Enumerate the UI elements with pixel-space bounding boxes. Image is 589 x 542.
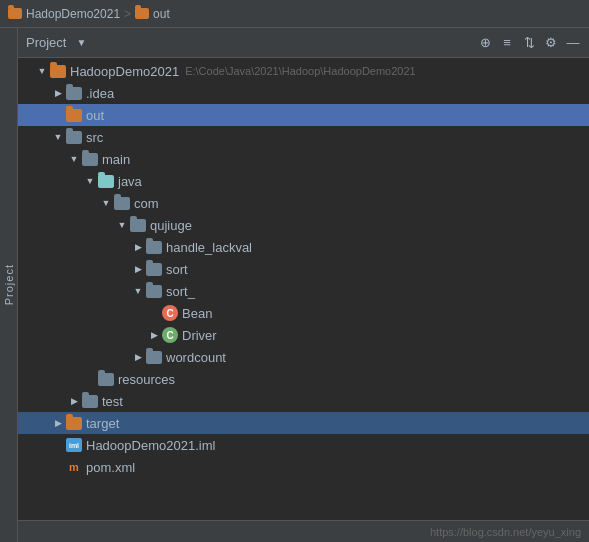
side-tab-label: Project [3,264,15,305]
label-main: main [102,152,130,167]
class-icon-driver: C [162,327,178,343]
file-icon-pom: m [66,460,82,474]
toolbar-icon-settings[interactable]: ⚙ [543,35,559,51]
arrow-driver[interactable]: ▶ [146,330,162,340]
tree-item-main[interactable]: ▼ main [18,148,589,170]
tree-item-pom[interactable]: m pom.xml [18,456,589,478]
folder-icon-resources [98,373,114,386]
label-out: out [86,108,104,123]
project-folder-icon [8,8,22,19]
side-tab[interactable]: Project [0,28,18,542]
label-src: src [86,130,103,145]
arrow-src[interactable]: ▼ [50,132,66,142]
main-container: Project Project ▼ ⊕ ≡ ⇅ ⚙ — ▼ HadoopDemo… [0,28,589,542]
arrow-test[interactable]: ▶ [66,396,82,406]
label-resources: resources [118,372,175,387]
panel-title: Project [26,35,66,50]
tree-item-handle-lackval[interactable]: ▶ handle_lackval [18,236,589,258]
tree-item-wordcount[interactable]: ▶ wordcount [18,346,589,368]
toolbar-icon-list[interactable]: ≡ [499,35,515,51]
breadcrumb-separator: > [124,7,131,21]
project-panel: Project ▼ ⊕ ≡ ⇅ ⚙ — ▼ HadoopDemo2021 E:\… [18,28,589,542]
tree-item-sort[interactable]: ▶ sort [18,258,589,280]
folder-icon-idea [66,87,82,100]
arrow-wordcount[interactable]: ▶ [130,352,146,362]
panel-toolbar: Project ▼ ⊕ ≡ ⇅ ⚙ — [18,28,589,58]
label-sort: sort [166,262,188,277]
arrow-sort[interactable]: ▶ [130,264,146,274]
tree-item-test[interactable]: ▶ test [18,390,589,412]
tree-item-idea[interactable]: ▶ .idea [18,82,589,104]
class-icon-bean: C [162,305,178,321]
breadcrumb-project-label: HadopDemo2021 [26,7,120,21]
folder-icon-sort-underscore [146,285,162,298]
folder-icon-sort [146,263,162,276]
label-com: com [134,196,159,211]
label-pom: pom.xml [86,460,135,475]
tree-item-driver[interactable]: ▶ C Driver [18,324,589,346]
label-java: java [118,174,142,189]
folder-icon-com [114,197,130,210]
folder-icon-out [66,109,82,122]
status-url: https://blog.csdn.net/yeyu_xing [430,526,581,538]
folder-icon-src [66,131,82,144]
file-tree[interactable]: ▼ HadoopDemo2021 E:\Code\Java\2021\Hadoo… [18,58,589,520]
arrow-sort-underscore[interactable]: ▼ [130,286,146,296]
label-wordcount: wordcount [166,350,226,365]
folder-icon-target [66,417,82,430]
folder-icon-test [82,395,98,408]
path-hadoopdemo2021: E:\Code\Java\2021\Hadoop\HadoopDemo2021 [185,65,416,77]
arrow-main[interactable]: ▼ [66,154,82,164]
arrow-java[interactable]: ▼ [82,176,98,186]
folder-icon-main [82,153,98,166]
arrow-hadoopdemo2021[interactable]: ▼ [34,66,50,76]
status-bar: https://blog.csdn.net/yeyu_xing [18,520,589,542]
label-bean: Bean [182,306,212,321]
current-folder-icon [135,8,149,19]
breadcrumb-bar: HadopDemo2021 > out [0,0,589,28]
tree-item-qujiuge[interactable]: ▼ qujiuge [18,214,589,236]
label-sort-underscore: sort_ [166,284,195,299]
tree-item-iml[interactable]: iml HadoopDemo2021.iml [18,434,589,456]
tree-item-out[interactable]: out [18,104,589,126]
tree-item-hadoopdemo2021[interactable]: ▼ HadoopDemo2021 E:\Code\Java\2021\Hadoo… [18,60,589,82]
arrow-handle-lackval[interactable]: ▶ [130,242,146,252]
tree-item-resources[interactable]: resources [18,368,589,390]
label-qujiuge: qujiuge [150,218,192,233]
label-iml: HadoopDemo2021.iml [86,438,215,453]
arrow-target[interactable]: ▶ [50,418,66,428]
folder-icon-handle-lackval [146,241,162,254]
folder-icon-wordcount [146,351,162,364]
file-icon-iml: iml [66,438,82,452]
folder-icon-java [98,175,114,188]
label-handle-lackval: handle_lackval [166,240,252,255]
label-driver: Driver [182,328,217,343]
breadcrumb-current[interactable]: out [135,7,170,21]
arrow-com[interactable]: ▼ [98,198,114,208]
arrow-qujiuge[interactable]: ▼ [114,220,130,230]
tree-item-bean[interactable]: C Bean [18,302,589,324]
tree-item-sort-underscore[interactable]: ▼ sort_ [18,280,589,302]
panel-dropdown-arrow[interactable]: ▼ [76,37,86,48]
folder-icon-hadoopdemo2021 [50,65,66,78]
breadcrumb-project[interactable]: HadopDemo2021 [8,7,120,21]
breadcrumb-current-label: out [153,7,170,21]
arrow-idea[interactable]: ▶ [50,88,66,98]
label-idea: .idea [86,86,114,101]
label-target: target [86,416,119,431]
toolbar-icon-minimize[interactable]: — [565,35,581,51]
label-hadoopdemo2021: HadoopDemo2021 [70,64,179,79]
toolbar-icon-sort[interactable]: ⇅ [521,35,537,51]
tree-item-target[interactable]: ▶ target [18,412,589,434]
label-test: test [102,394,123,409]
tree-item-src[interactable]: ▼ src [18,126,589,148]
folder-icon-qujiuge [130,219,146,232]
tree-item-com[interactable]: ▼ com [18,192,589,214]
toolbar-icon-target[interactable]: ⊕ [477,35,493,51]
tree-item-java[interactable]: ▼ java [18,170,589,192]
